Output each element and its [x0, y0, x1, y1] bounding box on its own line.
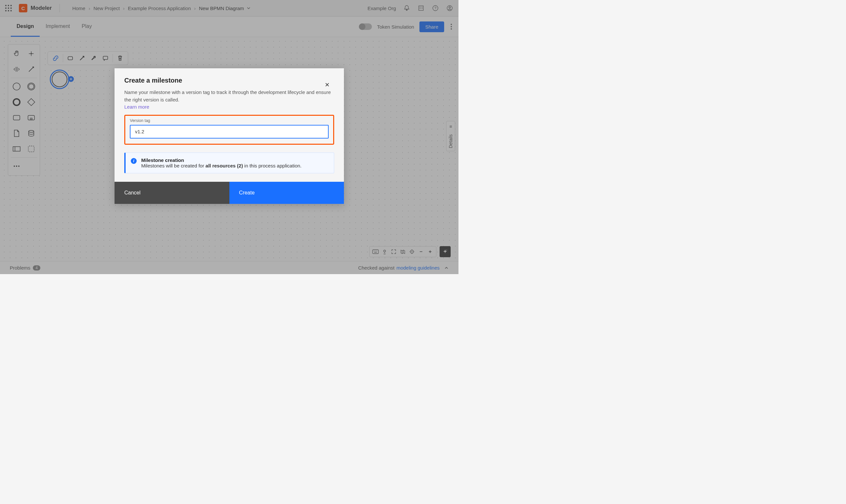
info-icon: i: [131, 158, 137, 164]
modal-description: Name your milestone with a version tag t…: [124, 89, 334, 111]
version-tag-input[interactable]: [130, 125, 329, 139]
info-title: Milestone creation: [141, 157, 302, 163]
info-text: Milestones will be created for all resou…: [141, 163, 302, 168]
create-milestone-modal: ✕ Create a milestone Name your milestone…: [114, 68, 344, 204]
modal-overlay[interactable]: ✕ Create a milestone Name your milestone…: [0, 0, 458, 274]
close-icon[interactable]: ✕: [325, 81, 330, 88]
modal-title: Create a milestone: [124, 77, 334, 84]
info-box: i Milestone creation Milestones will be …: [124, 152, 334, 173]
version-tag-label: Version tag: [130, 119, 329, 123]
cancel-button[interactable]: Cancel: [114, 182, 229, 204]
version-input-block: Version tag: [124, 115, 334, 145]
create-button[interactable]: Create: [229, 182, 344, 204]
learn-more-link[interactable]: Learn more: [124, 104, 149, 110]
